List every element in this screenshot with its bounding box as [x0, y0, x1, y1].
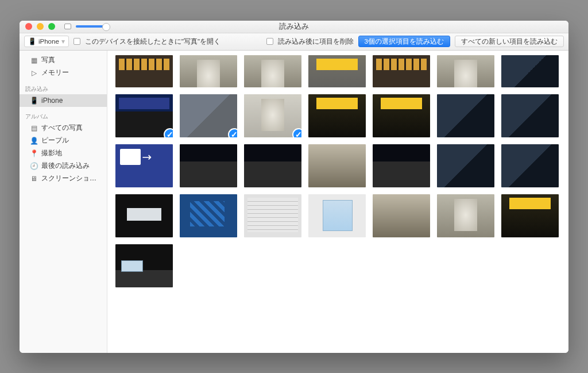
device-selector[interactable]: 📱 iPhone ▾ [24, 36, 69, 47]
sidebar-item-all-photos[interactable]: ▤ すべての写真 [20, 122, 107, 134]
photo-thumbnail[interactable] [373, 144, 430, 187]
photo-thumbnail[interactable] [501, 144, 559, 187]
import-toolbar: 📱 iPhone ▾ このデバイスを接続したときに"写真"を開く 読み込み後に項… [20, 33, 568, 51]
photo-thumbnail[interactable]: ✓ [244, 94, 301, 137]
photo-thumbnail[interactable] [244, 194, 301, 237]
open-photos-on-connect-label: このデバイスを接続したときに"写真"を開く [85, 37, 220, 46]
photo-thumbnail[interactable]: ↘ [115, 144, 173, 187]
screen-icon: 🖥 [30, 175, 38, 183]
sidebar-item-label: 写真 [41, 55, 55, 65]
titlebar: 読み込み [20, 21, 568, 33]
photo-grid-scroll[interactable]: ✓✓✓↘ [107, 51, 568, 353]
sidebar-item-label: 撮影地 [41, 148, 62, 158]
photo-thumbnail[interactable] [373, 194, 430, 237]
delete-after-import-label: 読み込み後に項目を削除 [278, 37, 354, 46]
sidebar-item-label: スクリーンショ… [41, 174, 96, 183]
photo-thumbnail[interactable] [501, 194, 559, 237]
photos-icon: ▦ [30, 56, 38, 64]
memories-icon: ▷ [30, 69, 38, 77]
sidebar-item-label: すべての写真 [41, 123, 83, 133]
phone-icon: 📱 [28, 37, 36, 45]
traffic-lights [20, 23, 55, 30]
sidebar-item-screenshots[interactable]: 🖥 スクリーンショ… [20, 172, 107, 185]
sidebar-item-label: ピープル [41, 136, 69, 145]
device-disclosure-icon: ▾ [61, 37, 65, 45]
photo-thumbnail[interactable] [437, 55, 494, 87]
photo-thumbnail[interactable] [308, 94, 366, 137]
import-all-button[interactable]: すべての新しい項目を読み込む [455, 36, 564, 47]
sidebar-item-photos[interactable]: ▦ 写真 [20, 54, 107, 67]
photo-grid: ✓✓✓↘ [107, 51, 568, 310]
photo-thumbnail[interactable] [180, 194, 237, 237]
photo-thumbnail[interactable] [373, 55, 430, 87]
photo-thumbnail[interactable] [244, 144, 301, 187]
arrow-icon: ↘ [138, 148, 155, 165]
close-window-button[interactable] [25, 23, 32, 30]
device-name-label: iPhone [38, 38, 59, 45]
photo-thumbnail[interactable] [115, 194, 173, 237]
photo-thumbnail[interactable] [437, 194, 494, 237]
grid-view-icon [64, 24, 71, 29]
photo-thumbnail[interactable] [308, 55, 366, 87]
sidebar-header-albums: アルバム [20, 107, 107, 122]
photo-thumbnail[interactable] [373, 94, 430, 137]
view-segment[interactable] [64, 24, 71, 29]
import-selected-button[interactable]: 3個の選択項目を読み込む [358, 36, 450, 47]
photo-thumbnail[interactable] [115, 244, 173, 287]
sidebar-item-memories[interactable]: ▷ メモリー [20, 67, 107, 79]
selected-check-icon: ✓ [228, 128, 237, 137]
photo-thumbnail[interactable] [501, 55, 559, 87]
sidebar-item-import-device[interactable]: 📱 iPhone [20, 94, 107, 107]
clock-icon: 🕘 [30, 162, 38, 170]
photo-thumbnail[interactable] [180, 55, 237, 87]
photo-thumbnail[interactable] [437, 144, 494, 187]
sidebar-item-label: 最後の読み込み [41, 161, 90, 171]
photo-thumbnail[interactable] [180, 144, 237, 187]
selected-check-icon: ✓ [164, 128, 173, 137]
photo-thumbnail[interactable] [501, 94, 559, 137]
stack-icon: ▤ [30, 124, 38, 132]
delete-after-import-checkbox[interactable] [266, 38, 273, 45]
sidebar-item-places[interactable]: 📍 撮影地 [20, 147, 107, 160]
zoom-window-button[interactable] [48, 23, 55, 30]
app-window: 読み込み 📱 iPhone ▾ このデバイスを接続したときに"写真"を開く 読み… [20, 21, 568, 353]
photo-thumbnail[interactable] [308, 144, 366, 187]
selected-check-icon: ✓ [292, 128, 301, 137]
photo-thumbnail[interactable] [308, 194, 366, 237]
photo-thumbnail[interactable]: ✓ [180, 94, 237, 137]
sidebar-item-recent-import[interactable]: 🕘 最後の読み込み [20, 160, 107, 172]
person-icon: 👤 [30, 137, 38, 145]
pin-icon: 📍 [30, 149, 38, 157]
photo-thumbnail[interactable]: ✓ [115, 94, 173, 137]
photo-thumbnail[interactable] [115, 55, 173, 87]
minimize-window-button[interactable] [37, 23, 44, 30]
sidebar: ▦ 写真 ▷ メモリー 読み込み 📱 iPhone アルバム ▤ すべての写真 … [20, 51, 107, 353]
phone-icon: 📱 [30, 97, 38, 105]
sidebar-item-people[interactable]: 👤 ピープル [20, 134, 107, 147]
photo-thumbnail[interactable] [244, 55, 301, 87]
photo-thumbnail[interactable] [437, 94, 494, 137]
open-photos-on-connect-checkbox[interactable] [74, 38, 80, 45]
sidebar-header-import: 読み込み [20, 79, 107, 94]
sidebar-item-label: iPhone [41, 97, 63, 105]
thumbnail-size-slider[interactable] [76, 25, 108, 28]
sidebar-item-label: メモリー [41, 68, 69, 78]
